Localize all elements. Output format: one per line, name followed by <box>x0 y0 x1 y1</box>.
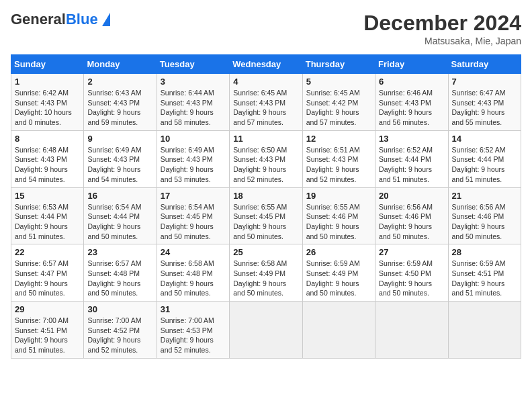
sunrise: Sunrise: 6:49 AM <box>87 145 152 155</box>
title-section: December 2024 Matsusaka, Mie, Japan <box>363 11 521 46</box>
day-info: Sunrise: 6:59 AMSunset: 4:49 PMDaylight:… <box>306 259 371 298</box>
daylight: Daylight: 9 hours and 55 minutes. <box>452 107 517 127</box>
calendar-cell: 11Sunrise: 6:50 AMSunset: 4:43 PMDayligh… <box>230 130 302 187</box>
calendar-cell: 2Sunrise: 6:43 AMSunset: 4:43 PMDaylight… <box>84 74 157 131</box>
day-number: 31 <box>161 304 226 314</box>
day-number: 30 <box>87 304 152 314</box>
daylight: Daylight: 9 hours and 58 minutes. <box>161 107 226 127</box>
sunrise: Sunrise: 6:55 AM <box>233 202 298 212</box>
sunset: Sunset: 4:43 PM <box>379 98 444 108</box>
day-info: Sunrise: 6:56 AMSunset: 4:46 PMDaylight:… <box>452 202 517 242</box>
day-info: Sunrise: 6:57 AMSunset: 4:48 PMDaylight:… <box>87 259 152 298</box>
day-info: Sunrise: 6:45 AMSunset: 4:42 PMDaylight:… <box>306 88 371 128</box>
daylight: Daylight: 9 hours and 50 minutes. <box>233 279 298 298</box>
calendar-week: 15Sunrise: 6:53 AMSunset: 4:44 PMDayligh… <box>11 187 521 244</box>
calendar-cell: 3Sunrise: 6:44 AMSunset: 4:43 PMDaylight… <box>157 74 229 131</box>
header-row: SundayMondayTuesdayWednesdayThursdayFrid… <box>11 55 521 74</box>
sunrise: Sunrise: 6:45 AM <box>306 88 371 98</box>
day-info: Sunrise: 6:46 AMSunset: 4:43 PMDaylight:… <box>379 88 444 128</box>
header-day: Wednesday <box>230 55 302 74</box>
sunrise: Sunrise: 6:58 AM <box>161 259 226 269</box>
daylight: Daylight: 9 hours and 51 minutes. <box>15 335 80 355</box>
header-day: Thursday <box>302 55 375 74</box>
daylight: Daylight: 9 hours and 50 minutes. <box>379 279 444 298</box>
sunset: Sunset: 4:53 PM <box>161 326 226 336</box>
daylight: Daylight: 9 hours and 51 minutes. <box>15 222 80 241</box>
daylight: Daylight: 9 hours and 50 minutes. <box>306 279 371 298</box>
day-info: Sunrise: 6:54 AMSunset: 4:44 PMDaylight:… <box>87 202 152 242</box>
sunset: Sunset: 4:44 PM <box>87 212 152 222</box>
sunset: Sunset: 4:42 PM <box>306 98 371 108</box>
daylight: Daylight: 9 hours and 52 minutes. <box>87 335 152 355</box>
sunrise: Sunrise: 6:44 AM <box>161 88 226 98</box>
sunrise: Sunrise: 7:00 AM <box>87 316 152 326</box>
calendar-cell: 9Sunrise: 6:49 AMSunset: 4:43 PMDaylight… <box>84 130 157 187</box>
day-info: Sunrise: 6:59 AMSunset: 4:50 PMDaylight:… <box>379 259 444 298</box>
sunset: Sunset: 4:43 PM <box>306 154 371 165</box>
sunrise: Sunrise: 6:56 AM <box>452 202 517 212</box>
sunrise: Sunrise: 6:59 AM <box>452 259 517 269</box>
daylight: Daylight: 9 hours and 50 minutes. <box>161 279 226 298</box>
day-info: Sunrise: 6:47 AMSunset: 4:43 PMDaylight:… <box>452 88 517 128</box>
calendar-cell: 16Sunrise: 6:54 AMSunset: 4:44 PMDayligh… <box>84 187 157 244</box>
sunrise: Sunrise: 6:47 AM <box>452 88 517 98</box>
calendar-cell: 26Sunrise: 6:59 AMSunset: 4:49 PMDayligh… <box>302 244 375 302</box>
day-number: 29 <box>15 304 80 314</box>
daylight: Daylight: 10 hours and 0 minutes. <box>15 107 80 127</box>
day-number: 13 <box>379 134 444 144</box>
day-info: Sunrise: 6:51 AMSunset: 4:43 PMDaylight:… <box>306 145 371 185</box>
calendar-cell: 21Sunrise: 6:56 AMSunset: 4:46 PMDayligh… <box>448 187 521 244</box>
sunrise: Sunrise: 6:59 AM <box>379 259 444 269</box>
day-info: Sunrise: 6:48 AMSunset: 4:43 PMDaylight:… <box>15 145 80 185</box>
sunrise: Sunrise: 6:53 AM <box>15 202 80 212</box>
sunset: Sunset: 4:51 PM <box>452 269 517 279</box>
daylight: Daylight: 9 hours and 50 minutes. <box>15 279 80 298</box>
daylight: Daylight: 9 hours and 56 minutes. <box>379 107 444 127</box>
calendar-cell: 15Sunrise: 6:53 AMSunset: 4:44 PMDayligh… <box>11 187 84 244</box>
sunset: Sunset: 4:44 PM <box>15 212 80 222</box>
daylight: Daylight: 9 hours and 54 minutes. <box>15 165 80 184</box>
sunset: Sunset: 4:46 PM <box>306 212 371 222</box>
calendar-cell: 8Sunrise: 6:48 AMSunset: 4:43 PMDaylight… <box>11 130 84 187</box>
header-day: Saturday <box>448 55 521 74</box>
day-number: 23 <box>87 247 152 257</box>
sunset: Sunset: 4:45 PM <box>233 212 298 222</box>
calendar-cell: 20Sunrise: 6:56 AMSunset: 4:46 PMDayligh… <box>375 187 448 244</box>
daylight: Daylight: 9 hours and 50 minutes. <box>306 222 371 241</box>
day-number: 6 <box>379 77 444 87</box>
day-info: Sunrise: 7:00 AMSunset: 4:52 PMDaylight:… <box>87 316 152 355</box>
day-info: Sunrise: 6:56 AMSunset: 4:46 PMDaylight:… <box>379 202 444 242</box>
sunset: Sunset: 4:43 PM <box>15 154 80 165</box>
sunrise: Sunrise: 6:46 AM <box>379 88 444 98</box>
sunrise: Sunrise: 6:58 AM <box>233 259 298 269</box>
day-number: 17 <box>161 191 226 201</box>
calendar-header: SundayMondayTuesdayWednesdayThursdayFrid… <box>11 55 521 74</box>
day-info: Sunrise: 6:59 AMSunset: 4:51 PMDaylight:… <box>452 259 517 298</box>
calendar-cell: 1Sunrise: 6:42 AMSunset: 4:43 PMDaylight… <box>11 74 84 131</box>
day-number: 22 <box>15 247 80 257</box>
sunrise: Sunrise: 6:52 AM <box>379 145 444 155</box>
calendar-cell: 10Sunrise: 6:49 AMSunset: 4:43 PMDayligh… <box>157 130 229 187</box>
day-info: Sunrise: 6:55 AMSunset: 4:45 PMDaylight:… <box>233 202 298 242</box>
sunrise: Sunrise: 6:52 AM <box>452 145 517 155</box>
sunrise: Sunrise: 7:00 AM <box>161 316 226 326</box>
day-number: 24 <box>161 247 226 257</box>
sunrise: Sunrise: 6:56 AM <box>379 202 444 212</box>
day-number: 7 <box>452 77 517 87</box>
day-info: Sunrise: 6:54 AMSunset: 4:45 PMDaylight:… <box>161 202 226 242</box>
sunrise: Sunrise: 7:00 AM <box>15 316 80 326</box>
day-number: 15 <box>15 191 80 201</box>
day-number: 25 <box>233 247 298 257</box>
sunrise: Sunrise: 6:59 AM <box>306 259 371 269</box>
day-number: 4 <box>233 77 298 87</box>
calendar-cell: 17Sunrise: 6:54 AMSunset: 4:45 PMDayligh… <box>157 187 229 244</box>
header-day: Sunday <box>11 55 84 74</box>
day-number: 2 <box>87 77 152 87</box>
day-number: 8 <box>15 134 80 144</box>
calendar-cell: 5Sunrise: 6:45 AMSunset: 4:42 PMDaylight… <box>302 74 375 131</box>
calendar-cell <box>375 302 448 359</box>
calendar-cell: 29Sunrise: 7:00 AMSunset: 4:51 PMDayligh… <box>11 302 84 359</box>
sunset: Sunset: 4:45 PM <box>161 212 226 222</box>
logo-icon <box>102 13 110 26</box>
sunset: Sunset: 4:49 PM <box>233 269 298 279</box>
